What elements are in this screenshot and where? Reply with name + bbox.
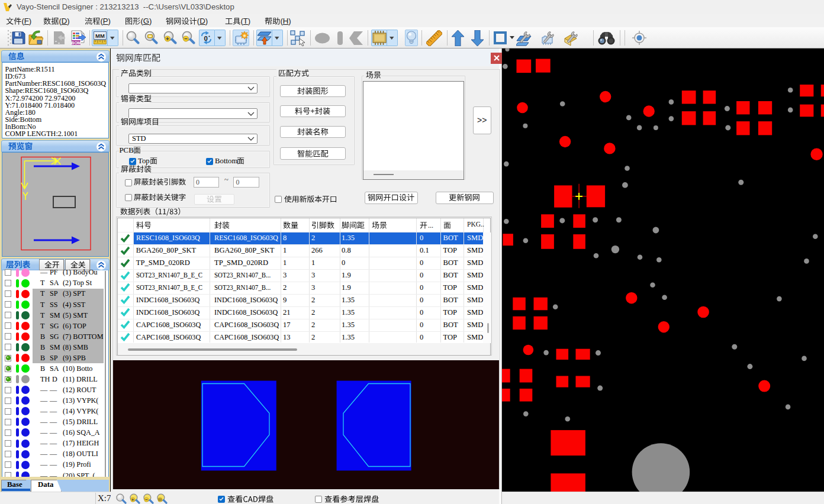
svg-text:BOM: BOM [71, 41, 81, 45]
svg-text:MM: MM [95, 33, 105, 39]
svg-text:0: 0 [204, 35, 208, 42]
